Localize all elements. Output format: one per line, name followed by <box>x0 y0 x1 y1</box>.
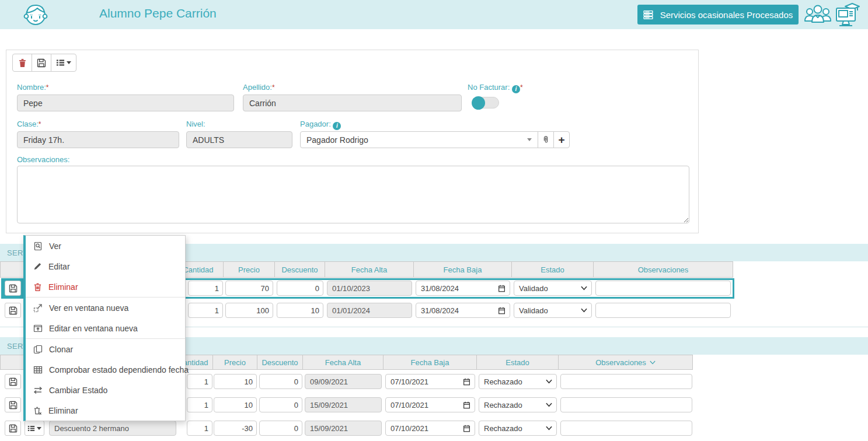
info-icon[interactable] <box>512 85 520 93</box>
delete-button[interactable] <box>12 54 32 72</box>
estado-select[interactable]: Rechazado <box>479 421 557 436</box>
column-header-descuento[interactable]: Descuento <box>257 355 303 370</box>
save-icon <box>9 377 18 386</box>
computer-graduation-icon[interactable] <box>835 2 862 28</box>
row-actions-menu-button[interactable] <box>25 421 44 436</box>
apellido-field[interactable] <box>243 94 462 111</box>
required-asterisk: * <box>46 83 49 92</box>
menu-item-comprobar-estado[interactable]: Comprobar estado dependiendo fecha <box>26 359 185 380</box>
column-header-observaciones[interactable]: Observaciones <box>593 261 733 278</box>
estado-select[interactable]: Validado <box>514 281 592 296</box>
trash-x-icon <box>33 406 42 415</box>
row-save-button[interactable] <box>5 303 21 318</box>
observaciones-input[interactable] <box>595 303 731 318</box>
precio-input[interactable] <box>214 374 257 389</box>
precio-input[interactable] <box>225 303 273 318</box>
column-header-fecha-baja[interactable]: Fecha Baja <box>413 261 512 278</box>
menu-item-ver[interactable]: Ver <box>26 236 185 256</box>
column-header-precio[interactable]: Precio <box>212 355 257 370</box>
calendar-icon <box>498 307 506 314</box>
fecha-baja-datepicker[interactable]: 07/10/2021 <box>385 374 475 389</box>
paperclip-icon <box>542 135 550 144</box>
estado-select[interactable]: Rechazado <box>479 397 557 412</box>
column-header-fecha-baja[interactable]: Fecha Baja <box>383 355 477 370</box>
clase-field[interactable] <box>17 131 179 148</box>
descuento-input[interactable] <box>277 303 323 318</box>
list-icon <box>643 10 653 20</box>
row-save-button[interactable] <box>5 374 21 389</box>
no-facturar-toggle[interactable] <box>472 97 499 108</box>
observaciones-input[interactable] <box>560 397 692 412</box>
menu-item-editar[interactable]: Editar <box>26 256 185 276</box>
fecha-baja-datepicker[interactable]: 31/08/2024 <box>416 303 510 318</box>
descuento-input[interactable] <box>259 374 302 389</box>
chevron-down-icon <box>546 426 552 430</box>
descuento-input[interactable] <box>259 421 302 436</box>
info-icon[interactable] <box>333 122 341 130</box>
estado-select[interactable]: Validado <box>514 303 592 318</box>
cantidad-input[interactable] <box>188 303 223 318</box>
calendar-icon <box>463 425 470 432</box>
fecha-baja-datepicker[interactable]: 07/10/2021 <box>385 421 475 436</box>
required-asterisk: * <box>272 83 275 92</box>
menu-item-editar-ventana-nueva[interactable]: Editar en ventana nueva <box>26 318 185 338</box>
menu-item-clonar[interactable]: Clonar <box>26 339 185 359</box>
cantidad-input[interactable] <box>187 421 212 436</box>
column-header-descuento[interactable]: Descuento <box>274 261 325 278</box>
row-context-menu: Ver Editar Eliminar Ver en ventana nueva… <box>23 235 186 421</box>
fecha-baja-datepicker[interactable]: 07/10/2021 <box>385 397 475 412</box>
menu-item-eliminar-2[interactable]: Eliminar <box>26 400 185 421</box>
caret-down-icon <box>67 61 71 64</box>
people-group-icon[interactable] <box>803 2 832 27</box>
nombre-label: Nombre:* <box>17 83 49 92</box>
column-header-estado[interactable]: Estado <box>511 261 594 278</box>
cantidad-input[interactable] <box>187 374 212 389</box>
precio-input[interactable] <box>225 281 273 296</box>
swap-arrows-icon <box>33 386 43 395</box>
trash-icon <box>33 282 42 292</box>
fecha-baja-datepicker[interactable]: 31/08/2024 <box>416 281 510 296</box>
attach-pagador-button[interactable] <box>538 131 554 148</box>
column-header-estado[interactable]: Estado <box>476 355 559 370</box>
ocasionales-table-row[interactable]: Descuento 2 hermano 15/09/2021 07/10/202… <box>1 418 693 439</box>
form-toolbar <box>12 54 76 72</box>
menu-item-ver-ventana-nueva[interactable]: Ver en ventana nueva <box>26 298 185 318</box>
fecha-alta-field: 01/10/2023 <box>327 281 412 296</box>
estado-select[interactable]: Rechazado <box>479 374 557 389</box>
nombre-field[interactable] <box>17 94 234 111</box>
descuento-input[interactable] <box>259 397 302 412</box>
servicios-ocasionales-procesados-button[interactable]: Servicios ocasionales Procesados <box>637 5 799 24</box>
menu-item-eliminar[interactable]: Eliminar <box>26 276 185 297</box>
caret-down-icon <box>37 427 41 430</box>
observaciones-input[interactable] <box>560 374 692 389</box>
add-pagador-button[interactable]: + <box>553 131 570 148</box>
precio-input[interactable] <box>214 397 257 412</box>
column-header-fecha-alta[interactable]: Fecha Alta <box>325 261 414 278</box>
pagador-value: Pagador Rodrigo <box>306 135 368 145</box>
row-save-button[interactable] <box>5 397 21 412</box>
save-button[interactable] <box>32 54 51 72</box>
column-header-precio[interactable]: Precio <box>223 261 275 278</box>
observaciones-textarea[interactable] <box>17 166 689 223</box>
nivel-field[interactable] <box>186 131 292 148</box>
menu-item-cambiar-estado[interactable]: Cambiar Estado <box>26 380 185 400</box>
descuento-input[interactable] <box>277 281 323 296</box>
observaciones-input[interactable] <box>560 421 692 436</box>
column-header-fecha-alta[interactable]: Fecha Alta <box>302 355 384 370</box>
fecha-alta-field: 01/01/2024 <box>327 303 412 318</box>
list-menu-button[interactable] <box>51 54 76 72</box>
cantidad-input[interactable] <box>187 397 212 412</box>
precio-input[interactable] <box>214 421 257 436</box>
clone-icon <box>33 345 43 354</box>
row-save-button[interactable] <box>5 281 21 296</box>
pagador-select[interactable]: Pagador Rodrigo <box>300 131 538 148</box>
page-title: Alumno Pepe Carrión <box>99 6 217 20</box>
observaciones-input[interactable] <box>595 281 731 296</box>
required-asterisk: * <box>520 83 523 92</box>
row-save-button[interactable] <box>5 421 21 436</box>
cantidad-input[interactable] <box>188 281 223 296</box>
column-header-observaciones-sortable[interactable]: Observaciones <box>558 355 693 370</box>
pagador-label: Pagador: <box>300 120 341 130</box>
sort-chevron-icon <box>650 360 656 365</box>
boy-face-logo-icon <box>22 1 49 28</box>
